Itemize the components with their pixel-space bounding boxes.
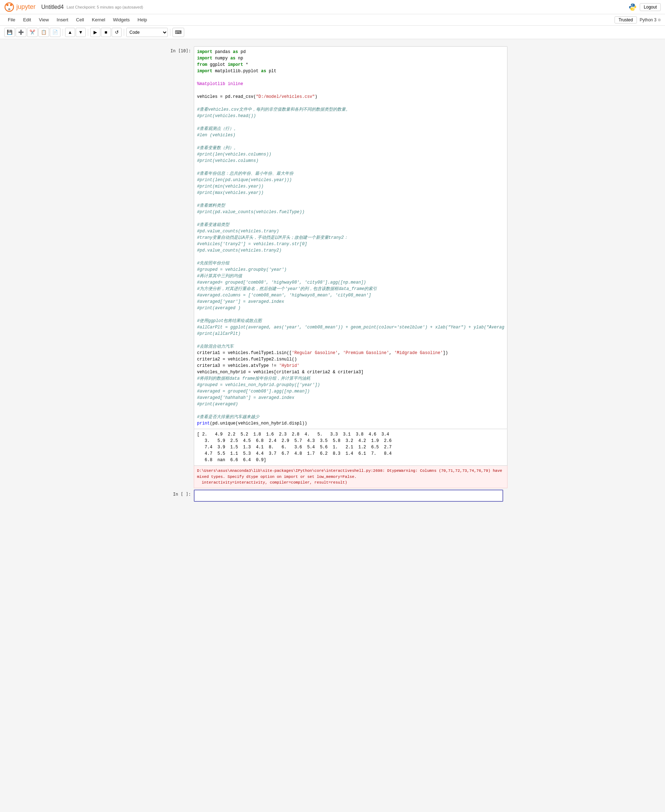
kernel-info: Python 3 <box>640 18 661 22</box>
cut-button[interactable]: ✂️ <box>27 28 38 37</box>
cell-label-empty: In [ ]: <box>162 490 194 502</box>
menubar: File Edit View Insert Cell Kernel Widget… <box>0 14 665 26</box>
menu-kernel[interactable]: Kernel <box>88 16 109 24</box>
toolbar-separator-2 <box>88 29 88 36</box>
svg-point-1 <box>7 4 8 6</box>
move-down-button[interactable]: ▼ <box>76 28 86 37</box>
menu-view[interactable]: View <box>35 16 52 24</box>
code-cell-empty: In [ ]: <box>162 490 503 502</box>
checkpoint-info: Last Checkpoint: 5 minutes ago (autosave… <box>67 5 143 9</box>
restart-button[interactable]: ↺ <box>111 28 121 37</box>
toolbar: 💾 ➕ ✂️ 📋 📄 ▲ ▼ ▶ ■ ↺ Code Markdown Raw N… <box>0 26 665 39</box>
jupyter-logo-icon <box>4 2 14 12</box>
toolbar-separator-4 <box>170 29 170 36</box>
menu-insert[interactable]: Insert <box>53 16 72 24</box>
cell-type-select[interactable]: Code Markdown Raw NBConvert <box>126 28 168 37</box>
menu-edit[interactable]: Edit <box>20 16 34 24</box>
main-content: In [10]: import pandas as pd import nump… <box>0 39 665 812</box>
menu-cell[interactable]: Cell <box>72 16 87 24</box>
cell-content-empty <box>194 490 503 502</box>
keyboard-shortcuts-button[interactable]: ⌨ <box>172 28 184 37</box>
run-button[interactable]: ▶ <box>90 28 100 37</box>
trusted-button[interactable]: Trusted <box>614 16 637 23</box>
python-icon <box>628 3 637 11</box>
notebook: In [10]: import pandas as pd import nump… <box>162 46 503 502</box>
menu-help[interactable]: Help <box>134 16 151 24</box>
output-normal-10: [ 2. 4.9 2.2 5.2 1.8 1.6 2.3 2.8 4. 5. 3… <box>194 429 508 466</box>
add-cell-button[interactable]: ➕ <box>16 28 26 37</box>
move-up-button[interactable]: ▲ <box>65 28 75 37</box>
paste-button[interactable]: 📄 <box>50 28 61 37</box>
jupyter-logo: jupyter <box>4 2 36 12</box>
code-editor-empty[interactable] <box>194 490 503 502</box>
toolbar-separator-1 <box>62 29 63 36</box>
save-button[interactable]: 💾 <box>4 28 15 37</box>
kernel-status-dot <box>658 18 661 21</box>
cell-label-10: In [10]: <box>162 46 194 488</box>
interrupt-button[interactable]: ■ <box>101 28 111 37</box>
cell-content-10: import pandas as pd import numpy as np f… <box>194 46 508 488</box>
svg-point-2 <box>10 4 12 6</box>
menu-widgets[interactable]: Widgets <box>110 16 133 24</box>
toolbar-separator-3 <box>124 29 124 36</box>
menu-file[interactable]: File <box>4 16 19 24</box>
copy-button[interactable]: 📋 <box>38 28 49 37</box>
notebook-title: Untitled4 <box>41 4 64 10</box>
logout-button[interactable]: Logout <box>640 3 661 11</box>
topbar: jupyter Untitled4 Last Checkpoint: 5 min… <box>0 0 665 14</box>
svg-point-3 <box>8 8 10 10</box>
code-editor-10[interactable]: import pandas as pd import numpy as np f… <box>194 46 508 429</box>
output-warning-10: D:\Users\asus\Anaconda3\lib\site-package… <box>194 466 508 488</box>
topbar-right: Logout <box>628 3 661 11</box>
code-cell-10: In [10]: import pandas as pd import nump… <box>162 46 503 488</box>
